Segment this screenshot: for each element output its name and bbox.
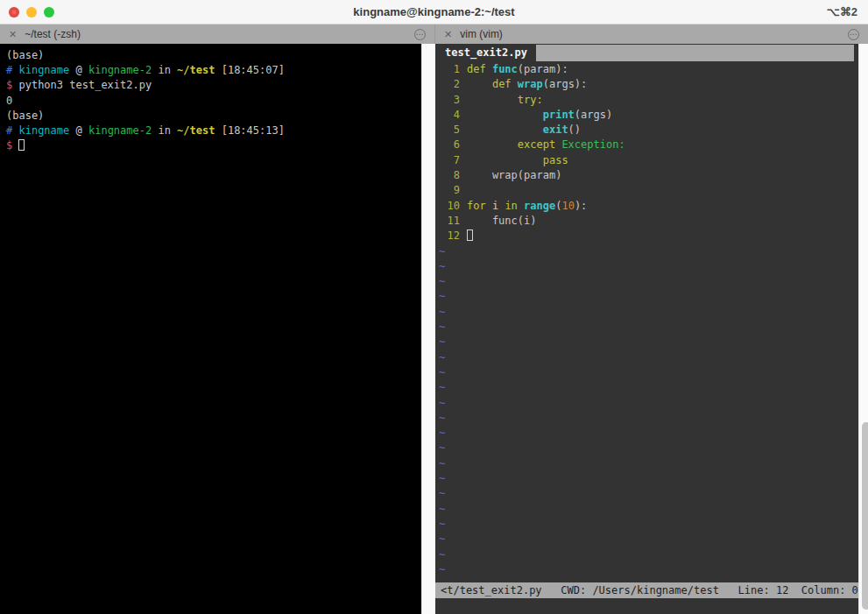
vim-scrollbar-thumb[interactable] (862, 422, 868, 610)
vim-command-line (435, 598, 858, 614)
block-cursor (18, 139, 25, 151)
more-options-icon[interactable]: ⋯ (414, 29, 426, 40)
line-number: 1 (439, 62, 460, 77)
vim-code-line: 8 wrap(param) (439, 168, 858, 183)
empty-line-tilde: ~ (439, 244, 858, 259)
empty-line-tilde: ~ (439, 502, 858, 517)
empty-line-tilde: ~ (439, 562, 858, 577)
vim-code-line: 6 except Exception: (439, 138, 858, 152)
empty-line-tilde: ~ (439, 305, 858, 320)
vim-code-line: 2 def wrap(args): (439, 77, 858, 92)
empty-line-tilde: ~ (439, 426, 858, 441)
line-number: 12 (439, 229, 460, 243)
empty-line-tilde: ~ (439, 532, 858, 547)
vim-status-bar: <t/test_exit2.py CWD: /Users/kingname/te… (435, 582, 858, 598)
terminal-line: # kingname @ kingname-2 in ~/test [18:45… (6, 63, 421, 78)
line-number: 8 (439, 168, 460, 183)
split-panes: (base)# kingname @ kingname-2 in ~/test … (0, 44, 868, 614)
empty-line-tilde: ~ (439, 441, 858, 455)
line-number: 4 (439, 108, 460, 123)
terminal-line: $ python3 test_exit2.py (6, 78, 421, 93)
tab-vim-label: vim (vim) (460, 28, 503, 40)
vim-buffer-tab[interactable]: test_exit2.py (435, 45, 536, 61)
empty-line-tilde: ~ (439, 471, 858, 486)
empty-line-tilde: ~ (439, 411, 858, 426)
vim-code-area[interactable]: 1def func(param):2 def wrap(args):3 try:… (435, 61, 858, 582)
vim-code-line: 9 (439, 183, 858, 198)
tab-zsh[interactable]: ✕ ~/test (-zsh) ⋯ (0, 25, 435, 44)
tab-vim[interactable]: ✕ vim (vim) ⋯ (435, 25, 868, 44)
tab-zsh-label: ~/test (-zsh) (25, 28, 81, 40)
vim-scrollbar[interactable] (858, 44, 868, 614)
empty-line-tilde: ~ (439, 289, 858, 304)
line-number: 10 (439, 199, 460, 214)
vim-code-line: 5 exit() (439, 123, 858, 138)
line-number: 9 (439, 183, 460, 198)
vim-code-line: 4 print(args) (439, 108, 858, 123)
close-icon[interactable]: ✕ (9, 30, 17, 39)
close-icon[interactable]: ✕ (444, 30, 452, 39)
terminal-line: 0 (6, 94, 421, 109)
terminal-line: # kingname @ kingname-2 in ~/test [18:45… (6, 124, 421, 138)
line-number: 7 (439, 153, 460, 168)
terminal-output: (base)# kingname @ kingname-2 in ~/test … (0, 44, 421, 153)
line-number: 6 (439, 138, 460, 152)
line-number: 5 (439, 123, 460, 138)
vim-code-line: 10for i in range(10): (439, 199, 858, 214)
empty-line-tilde: ~ (439, 320, 858, 335)
empty-line-tilde: ~ (439, 259, 858, 274)
title-bar: kingname@kingname-2:~/test ⌥⌘2 (0, 0, 868, 25)
empty-line-tilde: ~ (439, 380, 858, 395)
window-shortcut-badge: ⌥⌘2 (827, 0, 857, 25)
vim-pane[interactable]: test_exit2.py 1def func(param):2 def wra… (435, 44, 858, 614)
empty-line-tilde: ~ (439, 365, 858, 380)
pane-tab-bar: ✕ ~/test (-zsh) ⋯ ✕ vim (vim) ⋯ (0, 25, 868, 44)
empty-line-tilde: ~ (439, 517, 858, 532)
block-cursor (467, 229, 473, 241)
vim-code-line: 1def func(param): (439, 62, 858, 77)
line-number: 2 (439, 77, 460, 92)
vim-tabline: test_exit2.py (435, 44, 858, 61)
more-options-icon[interactable]: ⋯ (848, 29, 859, 40)
terminal-line: $ (6, 138, 421, 153)
vim-code-line: 3 try: (439, 93, 858, 108)
terminal-pane[interactable]: (base)# kingname @ kingname-2 in ~/test … (0, 44, 421, 614)
vim-code-line: 12 (439, 229, 858, 243)
terminal-scrollbar[interactable] (421, 44, 435, 614)
terminal-line: (base) (6, 48, 421, 63)
window-title: kingname@kingname-2:~/test (0, 0, 868, 25)
terminal-line: (base) (6, 109, 421, 124)
empty-line-tilde: ~ (439, 350, 858, 365)
empty-line-tilde: ~ (439, 274, 858, 289)
vim-tabline-fill (536, 45, 854, 61)
empty-line-tilde: ~ (439, 547, 858, 562)
empty-line-tilde: ~ (439, 335, 858, 349)
terminal-window: kingname@kingname-2:~/test ⌥⌘2 ✕ ~/test … (0, 0, 868, 614)
line-number: 3 (439, 93, 460, 108)
vim-code-line: 11 func(i) (439, 214, 858, 229)
empty-line-tilde: ~ (439, 396, 858, 411)
empty-line-tilde: ~ (439, 486, 858, 501)
vim-code-line: 7 pass (439, 153, 858, 168)
line-number: 11 (439, 214, 460, 229)
empty-line-tilde: ~ (439, 456, 858, 471)
